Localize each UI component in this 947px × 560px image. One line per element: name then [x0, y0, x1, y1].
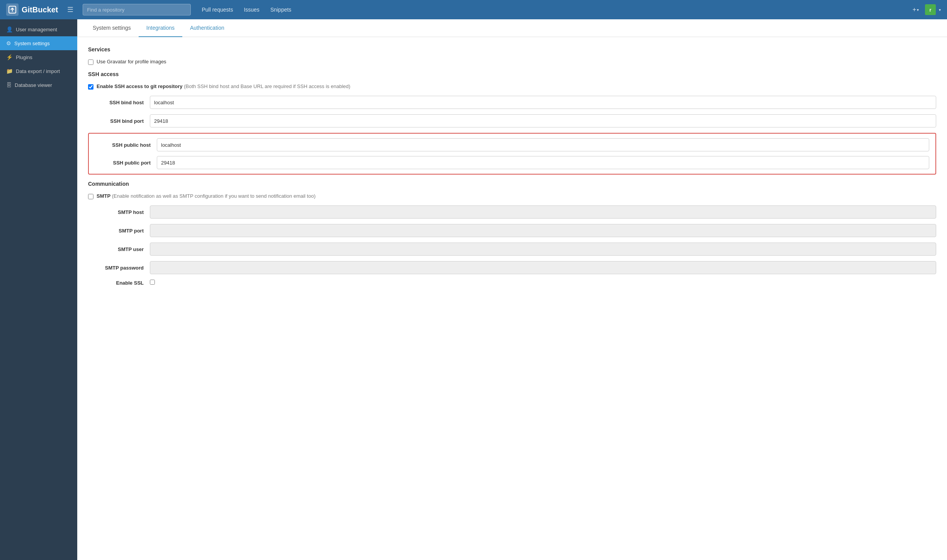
smtp-user-input[interactable]: [150, 243, 936, 256]
ssh-bind-host-group: SSH bind host: [88, 96, 936, 109]
ssh-public-host-label: SSH public host: [95, 142, 157, 148]
ssh-bind-host-input[interactable]: [150, 96, 936, 109]
smtp-user-label: SMTP user: [88, 246, 150, 252]
sidebar: 👤 User management ⚙ System settings ⚡ Pl…: [0, 19, 77, 560]
tab-integrations[interactable]: Integrations: [139, 19, 182, 37]
new-item-button[interactable]: + ▾: [910, 5, 922, 15]
export-icon: 📁: [6, 68, 13, 74]
brand-logo[interactable]: GitBucket: [6, 3, 58, 16]
ssh-public-host-input[interactable]: [157, 138, 929, 151]
smtp-label: SMTP (Enable notification as well as SMT…: [97, 193, 316, 199]
sidebar-item-data-export[interactable]: 📁 Data export / import: [0, 64, 77, 78]
tabs-container: System settings Integrations Authenticat…: [77, 19, 947, 37]
content-area: Services Use Gravatar for profile images…: [77, 37, 947, 300]
ssh-public-port-input[interactable]: [157, 156, 929, 169]
tab-authentication[interactable]: Authentication: [182, 19, 232, 37]
smtp-hint: (Enable notification as well as SMTP con…: [112, 193, 316, 199]
brand-name: GitBucket: [22, 5, 58, 14]
enable-ssl-checkbox[interactable]: [150, 280, 155, 285]
smtp-password-group: SMTP password: [88, 261, 936, 274]
smtp-checkbox-row: SMTP (Enable notification as well as SMT…: [88, 192, 936, 200]
sidebar-item-label: Database viewer: [15, 82, 52, 88]
ssh-public-host-group: SSH public host: [95, 138, 929, 151]
user-avatar[interactable]: r: [925, 4, 936, 15]
enable-ssl-checkbox-wrapper: [150, 280, 155, 286]
ssh-bind-port-group: SSH bind port: [88, 114, 936, 127]
avatar-caret-icon[interactable]: ▾: [939, 8, 941, 12]
hamburger-icon[interactable]: ☰: [64, 4, 76, 15]
enable-ssl-label: Enable SSL: [88, 280, 150, 286]
sidebar-item-system-settings[interactable]: ⚙ System settings: [0, 36, 77, 50]
tab-system-settings[interactable]: System settings: [85, 19, 139, 37]
services-title: Services: [88, 46, 936, 53]
sidebar-item-label: Data export / import: [16, 68, 60, 74]
ssh-title: SSH access: [88, 71, 936, 77]
gravatar-checkbox[interactable]: [88, 59, 93, 65]
ssh-bind-host-label: SSH bind host: [88, 100, 150, 105]
smtp-password-label: SMTP password: [88, 265, 150, 271]
communication-title: Communication: [88, 181, 936, 187]
pull-requests-link[interactable]: Pull requests: [197, 3, 238, 16]
ssh-enable-label: Enable SSH access to git repository (Bot…: [97, 83, 350, 89]
snippets-link[interactable]: Snippets: [266, 3, 296, 16]
ssh-enable-row: Enable SSH access to git repository (Bot…: [88, 83, 936, 90]
sidebar-item-user-management[interactable]: 👤 User management: [0, 22, 77, 36]
ssh-enable-hint: (Both SSH bind host and Base URL are req…: [184, 83, 350, 89]
smtp-host-input[interactable]: [150, 205, 936, 219]
ssh-public-port-label: SSH public port: [95, 160, 157, 166]
navbar: GitBucket ☰ Pull requests Issues Snippet…: [0, 0, 947, 19]
plus-caret: ▾: [917, 8, 919, 12]
gravatar-label: Use Gravatar for profile images: [97, 59, 166, 64]
sidebar-item-label: Plugins: [16, 54, 32, 60]
ssh-bind-port-input[interactable]: [150, 114, 936, 127]
app-layout: 👤 User management ⚙ System settings ⚡ Pl…: [0, 19, 947, 560]
ssh-section: SSH access Enable SSH access to git repo…: [88, 71, 936, 175]
navbar-right: + ▾ r ▾: [910, 4, 941, 15]
search-input[interactable]: [83, 4, 191, 15]
issues-link[interactable]: Issues: [239, 3, 264, 16]
smtp-checkbox[interactable]: [88, 194, 93, 199]
ssh-public-port-group: SSH public port: [95, 156, 929, 169]
smtp-port-group: SMTP port: [88, 224, 936, 237]
sidebar-item-database-viewer[interactable]: 🗄 Database viewer: [0, 78, 77, 92]
smtp-port-input[interactable]: [150, 224, 936, 237]
sidebar-item-label: System settings: [14, 41, 50, 46]
smtp-host-label: SMTP host: [88, 209, 150, 215]
ssh-bind-port-label: SSH bind port: [88, 118, 150, 124]
brand-icon: [6, 3, 19, 16]
ssh-public-box: SSH public host SSH public port: [88, 133, 936, 175]
ssh-enable-checkbox[interactable]: [88, 84, 93, 90]
gear-icon: ⚙: [6, 40, 11, 46]
plugin-icon: ⚡: [6, 54, 13, 60]
user-icon: 👤: [6, 26, 13, 32]
sidebar-item-label: User management: [16, 27, 57, 32]
smtp-port-label: SMTP port: [88, 228, 150, 234]
gravatar-checkbox-row: Use Gravatar for profile images: [88, 58, 936, 66]
enable-ssl-group: Enable SSL: [88, 280, 936, 286]
sidebar-item-plugins[interactable]: ⚡ Plugins: [0, 50, 77, 64]
smtp-user-group: SMTP user: [88, 243, 936, 256]
smtp-password-input[interactable]: [150, 261, 936, 274]
smtp-host-group: SMTP host: [88, 205, 936, 219]
main-content: System settings Integrations Authenticat…: [77, 19, 947, 560]
navbar-links: Pull requests Issues Snippets: [197, 3, 296, 16]
services-section: Services Use Gravatar for profile images: [88, 46, 936, 66]
communication-section: Communication SMTP (Enable notification …: [88, 181, 936, 286]
database-icon: 🗄: [6, 82, 12, 88]
